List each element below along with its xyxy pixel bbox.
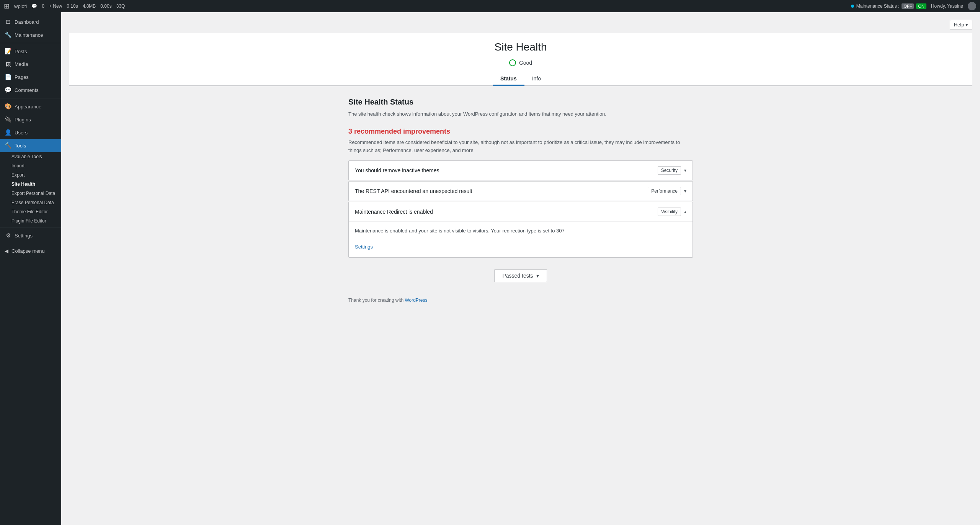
sidebar-divider-1	[0, 43, 61, 43]
status-label: Good	[519, 60, 532, 66]
performance-badge: Performance	[648, 187, 681, 195]
wp-logo-icon[interactable]: ⊞	[4, 2, 10, 10]
collapse-icon: ◀	[5, 248, 8, 254]
performance-expand-icon[interactable]: ▾	[684, 188, 686, 194]
sidebar-item-maintenance[interactable]: 🔧 Maintenance	[0, 28, 61, 41]
sidebar-item-appearance-label: Appearance	[15, 104, 41, 110]
sidebar-item-posts[interactable]: 📝 Posts	[0, 45, 61, 58]
sidebar-item-tools-label: Tools	[15, 143, 26, 149]
new-button[interactable]: + New	[49, 3, 62, 9]
perf-memory: 4.8MB	[83, 3, 96, 9]
help-button[interactable]: Help ▾	[950, 20, 972, 29]
collapse-label: Collapse menu	[11, 248, 45, 254]
issue-cards: You should remove inactive themes Securi…	[348, 160, 693, 257]
main-wrapper: ⊟ Dashboard 🔧 Maintenance 📝 Posts 🖼 Medi…	[0, 0, 980, 525]
sidebar-sub-erase-personal-data[interactable]: Erase Personal Data	[0, 198, 61, 207]
passed-tests-button[interactable]: Passed tests ▾	[494, 269, 547, 282]
users-icon: 👤	[5, 129, 11, 136]
security-expand-icon[interactable]: ▾	[684, 168, 686, 173]
sidebar-item-comments-label: Comments	[15, 87, 39, 93]
issue-card-security-right: Security ▾	[658, 166, 686, 175]
avatar	[968, 2, 976, 10]
maintenance-label: Maintenance Status :	[856, 3, 900, 9]
tab-status[interactable]: Status	[493, 72, 524, 86]
issue-card-security-header[interactable]: You should remove inactive themes Securi…	[349, 161, 693, 180]
comments-icon[interactable]: 💬	[31, 3, 37, 9]
sidebar-sub-plugin-file-editor[interactable]: Plugin File Editor	[0, 216, 61, 226]
sidebar-item-plugins[interactable]: 🔌 Plugins	[0, 113, 61, 126]
issue-card-performance: The REST API encountered an unexpected r…	[348, 181, 693, 201]
sidebar-item-tools[interactable]: 🔨 Tools	[0, 139, 61, 152]
passed-tests-section: Passed tests ▾	[348, 269, 693, 282]
sidebar-item-maintenance-label: Maintenance	[15, 32, 43, 38]
page-title: Site Health	[69, 41, 972, 53]
comments-sidebar-icon: 💬	[5, 87, 11, 93]
plugins-icon: 🔌	[5, 116, 11, 123]
sidebar-collapse-button[interactable]: ◀ Collapse menu	[0, 245, 61, 257]
toggle-off[interactable]: OFF	[902, 3, 914, 9]
tabs: Status Info	[69, 72, 972, 86]
perf-queries: 33Q	[116, 3, 125, 9]
issue-card-visibility: Maintenance Redirect is enabled Visibili…	[348, 202, 693, 257]
sidebar: ⊟ Dashboard 🔧 Maintenance 📝 Posts 🖼 Medi…	[0, 12, 61, 525]
security-badge: Security	[658, 166, 681, 175]
main-content: Help ▾ Site Health Good Status Info Site…	[61, 12, 980, 525]
sidebar-sub-export-personal-data[interactable]: Export Personal Data	[0, 189, 61, 198]
sidebar-item-settings-label: Settings	[15, 233, 33, 239]
sidebar-item-pages[interactable]: 📄 Pages	[0, 70, 61, 83]
sidebar-sub-available-tools[interactable]: Available Tools	[0, 152, 61, 161]
issue-card-visibility-body: Maintenance is enabled and your site is …	[349, 221, 693, 257]
sidebar-item-comments[interactable]: 💬 Comments	[0, 83, 61, 96]
content-section: Site Health Status The site health check…	[348, 86, 693, 314]
sidebar-tools-submenu: Available Tools Import Export Site Healt…	[0, 152, 61, 226]
issue-card-visibility-header[interactable]: Maintenance Redirect is enabled Visibili…	[349, 202, 693, 221]
posts-icon: 📝	[5, 48, 11, 55]
media-icon: 🖼	[5, 61, 11, 67]
toggle-on[interactable]: ON	[916, 3, 926, 9]
sidebar-sub-import[interactable]: Import	[0, 161, 61, 170]
sidebar-item-settings[interactable]: ⚙ Settings	[0, 229, 61, 242]
status-circle-icon	[509, 59, 516, 66]
page-header-area: Site Health Good Status Info	[69, 33, 972, 86]
sidebar-item-dashboard[interactable]: ⊟ Dashboard	[0, 15, 61, 28]
settings-link[interactable]: Settings	[355, 244, 373, 250]
sidebar-item-media-label: Media	[15, 61, 28, 67]
issue-card-security: You should remove inactive themes Securi…	[348, 160, 693, 180]
status-indicator: Good	[69, 59, 972, 66]
sidebar-sub-export[interactable]: Export	[0, 170, 61, 180]
sidebar-divider-2	[0, 98, 61, 98]
perf-time: 0.10s	[67, 3, 78, 9]
sidebar-item-appearance[interactable]: 🎨 Appearance	[0, 100, 61, 113]
wordpress-link[interactable]: WordPress	[405, 298, 427, 303]
maintenance-icon: 🔧	[5, 31, 11, 38]
maintenance-status: Maintenance Status : OFF ON	[851, 3, 926, 9]
tools-icon: 🔨	[5, 142, 11, 149]
admin-bar: ⊞ wploti 💬 0 + New 0.10s 4.8MB 0.00s 33Q…	[0, 0, 980, 12]
sidebar-sub-theme-file-editor[interactable]: Theme File Editor	[0, 207, 61, 216]
issue-card-visibility-title: Maintenance Redirect is enabled	[355, 209, 433, 215]
footer-text: Thank you for creating with	[348, 298, 405, 303]
sidebar-item-users[interactable]: 👤 Users	[0, 126, 61, 139]
visibility-badge: Visibility	[658, 208, 681, 216]
sidebar-item-dashboard-label: Dashboard	[15, 19, 39, 25]
issue-card-performance-header[interactable]: The REST API encountered an unexpected r…	[349, 182, 693, 201]
appearance-icon: 🎨	[5, 103, 11, 110]
howdy-label: Howdy, Yassine	[931, 3, 963, 9]
comments-count: 0	[42, 3, 44, 9]
dashboard-icon: ⊟	[5, 18, 11, 25]
passed-tests-label: Passed tests	[502, 273, 533, 279]
improvements-title: 3 recommended improvements	[348, 128, 693, 136]
section-title: Site Health Status	[348, 98, 693, 106]
pages-icon: 📄	[5, 74, 11, 80]
section-description: The site health check shows information …	[348, 110, 693, 118]
sidebar-item-plugins-label: Plugins	[15, 117, 31, 123]
visibility-expand-icon[interactable]: ▴	[684, 209, 686, 214]
site-name[interactable]: wploti	[14, 3, 27, 9]
sidebar-item-pages-label: Pages	[15, 74, 29, 80]
sidebar-sub-site-health[interactable]: Site Health	[0, 180, 61, 189]
visibility-body-text: Maintenance is enabled and your site is …	[355, 227, 686, 235]
sidebar-item-media[interactable]: 🖼 Media	[0, 58, 61, 70]
sidebar-item-users-label: Users	[15, 130, 28, 136]
issue-card-visibility-right: Visibility ▴	[658, 208, 686, 216]
tab-info[interactable]: Info	[524, 72, 549, 86]
